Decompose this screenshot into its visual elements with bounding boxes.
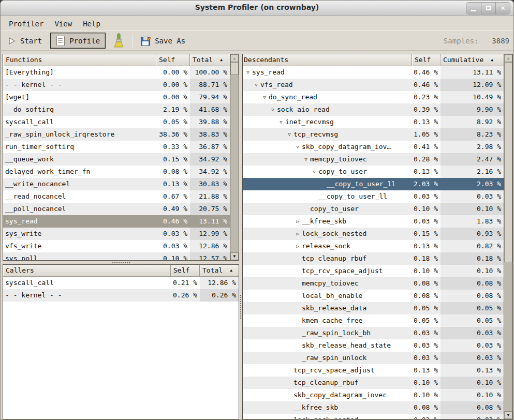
table-row[interactable]: __kfree_skb0.08 %0.08 % (243, 401, 504, 414)
table-row[interactable]: - - kernel - -0.26 %0.26 % (3, 289, 239, 302)
menu-profiler[interactable]: Profiler (8, 19, 45, 29)
table-row[interactable]: tcp_cleanup_rbuf0.10 %0.10 % (243, 377, 504, 389)
scrollbar-thumb[interactable] (504, 62, 512, 262)
expander-open-icon[interactable]: ▽ (252, 79, 260, 91)
table-row[interactable]: ▽copy_to_user0.13 %2.16 % (243, 166, 504, 178)
menu-help[interactable]: Help (82, 19, 101, 29)
expander-closed-icon[interactable]: ▷ (293, 215, 302, 228)
table-row[interactable]: ▽sock_aio_read0.39 %9.90 % (243, 103, 504, 116)
table-row[interactable]: ▽do_sync_read0.23 %10.49 % (243, 91, 504, 103)
functions-scrollbar[interactable]: ▲ ▼ (230, 54, 239, 260)
table-row[interactable]: tcp_cleanup_rbuf0.18 %0.18 % (243, 252, 504, 265)
self-column-header[interactable]: Self (156, 54, 190, 66)
reset-brush-button[interactable] (111, 32, 126, 50)
table-row[interactable]: __copy_to_user_ll0.03 %0.03 % (243, 190, 504, 203)
table-row[interactable]: skb_release_head_state0.03 %0.03 % (243, 339, 504, 352)
start-button[interactable]: Start (2, 35, 46, 47)
table-row[interactable]: sys_write0.03 %12.99 % (3, 228, 230, 240)
scroll-up-button[interactable]: ▲ (504, 54, 512, 62)
expander-closed-icon[interactable]: ▷ (293, 240, 302, 252)
function-name: vfs_write (3, 240, 156, 252)
scroll-up-button[interactable]: ▲ (230, 54, 239, 62)
table-row[interactable]: delayed_work_timer_fn0.08 %34.92 % (3, 166, 230, 178)
table-row[interactable]: copy_to_user0.10 %0.10 % (243, 203, 504, 215)
callers-column-header[interactable]: Callers (3, 265, 171, 277)
table-row[interactable]: ▷release_sock0.13 %0.82 % (243, 240, 504, 252)
table-row[interactable]: _raw_spin_unlock0.03 %0.03 % (243, 352, 504, 364)
table-row[interactable]: lock_sock_nested0.03 %0.03 % (243, 414, 504, 419)
table-row[interactable]: ▽inet_recvmsg0.13 %8.92 % (243, 116, 504, 128)
table-row[interactable]: skb_release_data0.05 %0.05 % (243, 302, 504, 314)
table-row[interactable]: memcpy_toiovec0.08 %0.08 % (243, 277, 504, 290)
scroll-down-button[interactable]: ▼ (504, 411, 512, 419)
table-row[interactable]: - - kernel - -0.00 %88.71 % (3, 79, 230, 91)
minimize-button[interactable] (466, 3, 481, 14)
table-row[interactable]: ▽skb_copy_datagram_iov…0.41 %2.98 % (243, 141, 504, 153)
table-row[interactable]: __write_nocancel0.13 %30.83 % (3, 178, 230, 190)
table-row[interactable]: ▽tcp_recvmsg1.05 %8.23 % (243, 128, 504, 141)
table-row[interactable]: syscall_call0.05 %39.88 % (3, 116, 230, 128)
expander-closed-icon[interactable]: ▷ (293, 228, 302, 240)
table-row[interactable]: skb_copy_datagram_iovec0.10 %0.10 % (243, 389, 504, 401)
table-row[interactable]: ▽vfs_read0.46 %12.09 % (243, 79, 504, 91)
table-row[interactable]: sys_read0.46 %13.11 % (3, 215, 230, 228)
self-column-header[interactable]: Self (171, 265, 200, 277)
expander-open-icon[interactable]: ▽ (285, 128, 293, 141)
maximize-button[interactable] (481, 3, 495, 14)
function-name: tcp_cleanup_rbuf (293, 377, 358, 389)
expander-open-icon[interactable]: ▽ (244, 66, 252, 79)
table-row[interactable]: vfs_write0.03 %12.86 % (3, 240, 230, 252)
cumulative-percent: 8.23 % (440, 128, 504, 141)
table-row[interactable]: ▽memcpy_toiovec0.28 %2.47 % (243, 153, 504, 166)
cumulative-percent: 0.03 % (440, 414, 504, 419)
menu-view[interactable]: View (53, 19, 73, 29)
table-row[interactable]: _raw_spin_unlock_irqrestore38.36 %38.83 … (3, 128, 230, 141)
table-row[interactable]: __copy_to_user_ll2.03 %2.03 % (243, 178, 504, 190)
scrollbar-thumb[interactable] (230, 62, 239, 75)
titlebar[interactable]: System Profiler (on crownbay) ✕ (1, 1, 513, 16)
save-as-button[interactable]: Save As (138, 33, 187, 49)
self-percent: 0.67 % (156, 190, 190, 203)
expander-open-icon[interactable]: ▽ (269, 103, 277, 116)
table-row[interactable]: __do_softirq2.19 %41.68 % (3, 103, 230, 116)
cumulative-column-header[interactable]: Cumulative▲ (440, 54, 504, 66)
table-row[interactable]: tcp_rcv_space_adjust0.13 %0.13 % (243, 364, 504, 377)
self-percent: 0.03 % (156, 228, 190, 240)
table-row[interactable]: kmem_cache_free0.05 %0.05 % (243, 314, 504, 327)
scroll-down-button[interactable]: ▼ (230, 252, 239, 260)
descendants-column-header[interactable]: Descendants (243, 54, 412, 66)
table-row[interactable]: run_timer_softirq0.33 %36.87 % (3, 141, 230, 153)
table-row[interactable]: ▽sys_read0.46 %13.11 % (243, 66, 504, 79)
table-row[interactable]: _raw_spin_lock_bh0.03 %0.03 % (243, 327, 504, 339)
table-row[interactable]: tcp_rcv_space_adjust0.10 %0.10 % (243, 265, 504, 277)
splitter-grip-icon (240, 295, 241, 319)
table-row[interactable]: sys_poll0.10 %12.57 % (3, 252, 230, 260)
table-row[interactable]: __poll_nocancel0.49 %20.75 % (3, 203, 230, 215)
expander-open-icon[interactable]: ▽ (302, 153, 310, 166)
table-row[interactable]: local_bh_enable0.08 %0.08 % (243, 290, 504, 302)
table-row[interactable]: ▷__kfree_skb0.03 %1.83 % (243, 215, 504, 228)
table-row[interactable]: [wget]0.00 %79.94 % (3, 91, 230, 103)
expander-open-icon[interactable]: ▽ (260, 91, 269, 103)
horizontal-pane-splitter[interactable] (3, 261, 239, 264)
profile-toggle-button[interactable]: Profile (50, 33, 106, 49)
table-row[interactable]: ▷lock_sock_nested0.15 %0.93 % (243, 228, 504, 240)
table-row[interactable]: syscall_call0.21 %12.86 % (3, 277, 239, 289)
function-name: sys_write (3, 228, 156, 240)
scrollbar-trough[interactable] (504, 262, 512, 411)
tree-indent (244, 265, 293, 277)
scrollbar-trough[interactable] (230, 75, 239, 252)
table-row[interactable]: __queue_work0.15 %34.92 % (3, 153, 230, 166)
table-row[interactable]: [Everything]0.00 %100.00 % (3, 66, 230, 79)
close-button[interactable]: ✕ (495, 3, 510, 14)
expander-open-icon[interactable]: ▽ (310, 166, 318, 178)
table-row[interactable]: __read_nocancel0.67 %21.88 % (3, 190, 230, 203)
descendants-scrollbar[interactable]: ▲ ▼ (504, 54, 512, 419)
self-column-header[interactable]: Self (412, 54, 440, 66)
expander-spacer (310, 190, 318, 203)
expander-open-icon[interactable]: ▽ (277, 116, 285, 128)
expander-open-icon[interactable]: ▽ (293, 141, 302, 153)
total-column-header[interactable]: Total▲ (200, 265, 239, 277)
functions-column-header[interactable]: Functions (3, 54, 156, 66)
total-column-header[interactable]: Total▲ (190, 54, 230, 66)
